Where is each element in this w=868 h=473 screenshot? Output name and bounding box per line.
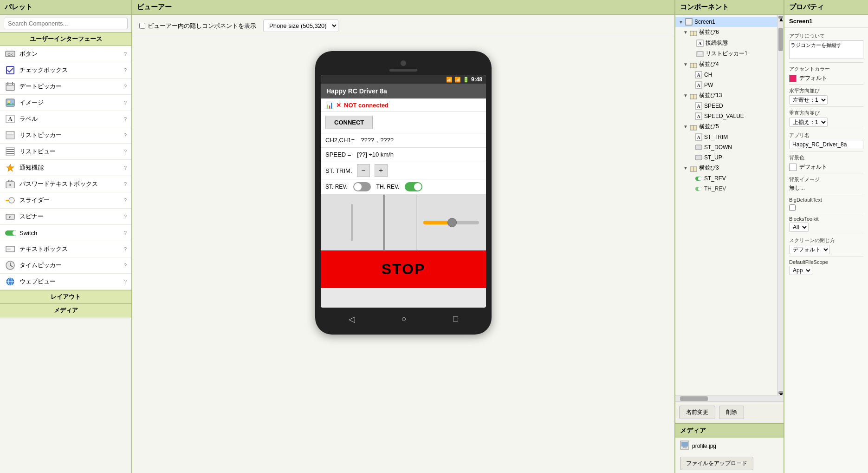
comp-th-rev[interactable]: TH_REV bbox=[675, 184, 777, 194]
comp-st-down[interactable]: ST_DOWN bbox=[675, 142, 777, 152]
trim-minus-button[interactable]: － bbox=[357, 164, 370, 177]
svg-point-22 bbox=[9, 184, 11, 186]
search-input[interactable] bbox=[4, 18, 128, 29]
back-button[interactable]: ◁ bbox=[349, 314, 355, 324]
v-align-label: 垂直方向並び bbox=[789, 110, 863, 117]
switch-help-icon[interactable]: ? bbox=[124, 230, 127, 236]
phone-size-select[interactable]: Phone size (505,320) bbox=[263, 20, 338, 32]
password-help-icon[interactable]: ? bbox=[124, 181, 127, 187]
comp-st-up[interactable]: ST_UP bbox=[675, 152, 777, 163]
phone-status-bar: 📶 📶 🔋 9:48 bbox=[321, 75, 486, 84]
trim-plus-button[interactable]: + bbox=[375, 164, 388, 177]
accent-color-value: デフォルト bbox=[799, 74, 827, 82]
delete-button[interactable]: 削除 bbox=[719, 406, 744, 419]
comp-listpicker1[interactable]: リストピッカー1 bbox=[675, 48, 777, 59]
textbox-help-icon[interactable]: ? bbox=[124, 246, 127, 252]
accent-color-swatch[interactable] bbox=[789, 75, 797, 82]
show-hidden-checkbox[interactable] bbox=[139, 23, 145, 29]
comp-pw-label: PW bbox=[704, 82, 713, 88]
show-hidden-label[interactable]: ビューアー内の隠しコンポネントを表示 bbox=[139, 22, 256, 30]
comp-st-trim[interactable]: A ST_TRIM bbox=[675, 132, 777, 142]
scroll-thumb-v[interactable] bbox=[778, 28, 783, 51]
palette-item-password[interactable]: パスワードテキストボックス ? bbox=[0, 176, 131, 192]
palette-item-textbox[interactable]: テキストボックス ? bbox=[0, 241, 131, 257]
timepicker-help-icon[interactable]: ? bbox=[124, 263, 127, 268]
h-align-select[interactable]: 左寄せ：1 bbox=[789, 95, 828, 105]
st-up-icon bbox=[695, 154, 702, 161]
horizontal-slider-area[interactable] bbox=[416, 195, 486, 250]
palette-item-datepicker[interactable]: デートピッカー ? bbox=[0, 79, 131, 95]
listview-help-icon[interactable]: ? bbox=[124, 149, 127, 154]
webview-help-icon[interactable]: ? bbox=[124, 279, 127, 284]
default-file-select[interactable]: App bbox=[789, 266, 812, 275]
layout6-toggle[interactable]: ▼ bbox=[683, 30, 688, 35]
checkbox-help-icon[interactable]: ? bbox=[124, 67, 127, 73]
palette-item-label[interactable]: A ラベル ? bbox=[0, 111, 131, 127]
properties-panel: プロパティ Screen1 アプリについて ラジコンカーを操縦す アクセントカラ… bbox=[784, 0, 868, 473]
palette-item-listpicker[interactable]: ─── リストピッカー ? bbox=[0, 127, 131, 144]
comp-scrollbar-h[interactable] bbox=[675, 395, 784, 401]
upload-button[interactable]: ファイルをアップロード bbox=[680, 457, 753, 470]
props-content: アプリについて ラジコンカーを操縦す アクセントカラー デフォルト 水平方向並び… bbox=[784, 28, 868, 277]
palette-item-switch[interactable]: Switch ? bbox=[0, 225, 131, 241]
palette-label-webview: ウェブビュー bbox=[19, 277, 124, 286]
scroll-down-arrow[interactable]: ▼ bbox=[778, 391, 783, 394]
scroll-thumb-h[interactable] bbox=[680, 396, 708, 401]
comp-layout5-label: 横並び5 bbox=[699, 123, 719, 131]
app-about-input[interactable]: ラジコンカーを操縦す bbox=[789, 40, 863, 59]
comp-st-rev[interactable]: ST_REV bbox=[675, 173, 777, 184]
listpicker-help-icon[interactable]: ? bbox=[124, 132, 127, 138]
label-help-icon[interactable]: ? bbox=[124, 116, 127, 122]
rename-button[interactable]: 名前変更 bbox=[679, 406, 715, 419]
big-default-checkbox[interactable] bbox=[789, 204, 796, 211]
comp-connection-status[interactable]: A 接続状態 bbox=[675, 38, 777, 48]
comp-pw[interactable]: A PW bbox=[675, 80, 777, 90]
datepicker-help-icon[interactable]: ? bbox=[124, 84, 127, 89]
comp-speed[interactable]: A SPEED bbox=[675, 101, 777, 111]
button-help-icon[interactable]: ? bbox=[124, 51, 127, 57]
palette-item-slider[interactable]: スライダー ? bbox=[0, 192, 131, 209]
layout5-toggle[interactable]: ▼ bbox=[683, 124, 688, 130]
connect-button[interactable]: CONNECT bbox=[325, 116, 373, 129]
close-screen-select[interactable]: デフォルト bbox=[789, 245, 830, 254]
vertical-slider-left[interactable] bbox=[321, 195, 384, 250]
palette-item-button[interactable]: OK ボタン ? bbox=[0, 46, 131, 62]
slider-help-icon[interactable]: ? bbox=[124, 197, 127, 203]
v-align-select[interactable]: 上揃え：1 bbox=[789, 118, 828, 127]
layout3-toggle[interactable]: ▼ bbox=[683, 165, 688, 171]
recent-button[interactable]: □ bbox=[453, 314, 458, 324]
palette-item-spinner[interactable]: ▼ スピナー ? bbox=[0, 209, 131, 225]
bg-color-swatch[interactable] bbox=[789, 164, 797, 171]
palette-item-timepicker[interactable]: タイムピッカー ? bbox=[0, 257, 131, 274]
th-rev-toggle[interactable] bbox=[405, 182, 422, 191]
screen1-toggle[interactable]: ▼ bbox=[678, 19, 684, 25]
notification-help-icon[interactable]: ? bbox=[124, 165, 127, 171]
comp-layout13[interactable]: ▼ 横並び13 bbox=[675, 90, 777, 101]
st-rev-toggle[interactable] bbox=[353, 182, 371, 191]
comp-ch[interactable]: A CH bbox=[675, 70, 777, 80]
layout4-toggle[interactable]: ▼ bbox=[683, 62, 688, 67]
comp-speed-value[interactable]: A SPEED_VALUE bbox=[675, 111, 777, 121]
palette-item-webview[interactable]: ウェブビュー ? bbox=[0, 274, 131, 290]
media-file-item[interactable]: JPG profile.jpg bbox=[675, 438, 784, 454]
comp-layout5[interactable]: ▼ 横並び5 bbox=[675, 121, 777, 132]
comp-screen1[interactable]: ▼ Screen1 bbox=[675, 17, 777, 27]
comp-scrollbar-v[interactable]: ▲ ▼ bbox=[777, 15, 784, 395]
home-button[interactable]: ○ bbox=[402, 314, 407, 324]
palette-item-image[interactable]: イメージ ? bbox=[0, 95, 131, 111]
comp-st-down-label: ST_DOWN bbox=[704, 144, 732, 151]
comp-layout3[interactable]: ▼ 横並び3 bbox=[675, 163, 777, 173]
svg-text:───: ─── bbox=[7, 131, 13, 134]
image-help-icon[interactable]: ? bbox=[124, 100, 127, 105]
comp-layout4[interactable]: ▼ 横並び4 bbox=[675, 59, 777, 70]
spinner-help-icon[interactable]: ? bbox=[124, 214, 127, 219]
palette-item-checkbox[interactable]: チェックボックス ? bbox=[0, 62, 131, 79]
comp-layout6[interactable]: ▼ 横並び6 bbox=[675, 27, 777, 38]
layout13-toggle[interactable]: ▼ bbox=[683, 93, 688, 99]
stop-button[interactable]: STOP bbox=[321, 250, 486, 288]
app-name-input[interactable] bbox=[789, 140, 863, 149]
blocks-toolkit-select[interactable]: All bbox=[789, 223, 809, 232]
scroll-up-arrow[interactable]: ▲ bbox=[778, 16, 783, 19]
palette-item-notification[interactable]: 通知機能 ? bbox=[0, 160, 131, 176]
palette-item-listview[interactable]: リストビュー ? bbox=[0, 144, 131, 160]
